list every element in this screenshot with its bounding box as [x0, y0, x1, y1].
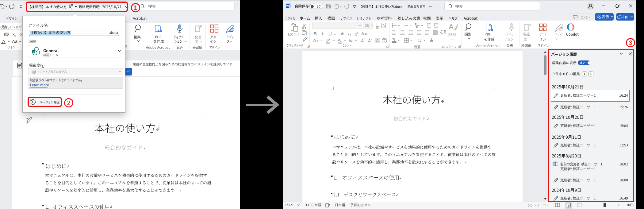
- svg-text:S: S: [33, 50, 34, 53]
